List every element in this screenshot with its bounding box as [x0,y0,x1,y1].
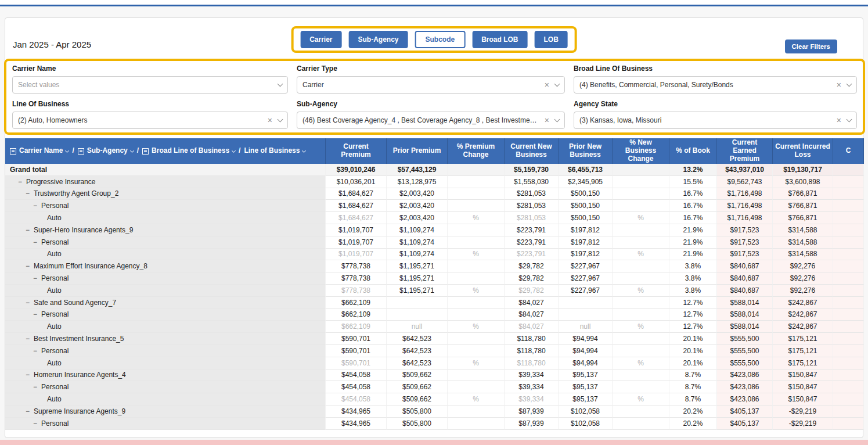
row-label-cell[interactable]: −Personal [5,418,326,430]
filter-select-broad-line-of-business[interactable]: (4) Benefits, Commercial, Personal, Sure… [574,76,857,94]
cell: 12.7% [669,297,717,309]
row-label-cell[interactable]: −Personal [5,236,326,249]
clear-icon[interactable]: × [545,116,549,124]
filter-select-line-of-business[interactable]: (2) Auto, Homeowners× [12,112,288,129]
row-label-cell[interactable]: −Super-Hero Insurance Agents_9 [5,224,326,236]
chevron-down-icon[interactable] [130,148,134,152]
chevron-down-icon[interactable] [554,81,560,87]
collapse-icon[interactable]: − [26,299,30,307]
collapse-icon[interactable]: − [33,238,37,246]
collapse-all-icon[interactable] [142,148,149,155]
row-label-cell[interactable]: −Personal [5,345,326,357]
collapse-icon[interactable]: − [18,178,22,186]
cell: $2,003,420 [387,188,448,200]
chevron-down-icon[interactable] [847,81,852,87]
row-label-cell[interactable]: −Maximum Effort Insurance Agency_8 [5,260,326,272]
collapse-icon[interactable]: − [26,407,30,415]
column-header-new-business-change[interactable]: % New Business Change [613,138,669,164]
column-header-current-incurred-loss[interactable]: Current Incurred Loss [773,138,833,164]
toolbar-button-lob[interactable]: LOB [535,31,568,48]
collapse-icon[interactable]: − [26,226,30,234]
hierarchy-header[interactable]: Carrier Name/Sub-Agency/Broad Line of Bu… [5,138,326,164]
column-header-c[interactable]: C [833,138,864,164]
filter-select-sub-agency[interactable]: (46) Best Coverage Agency_4 , Best Cover… [297,112,565,129]
filter-select-carrier-name[interactable]: Select values [12,76,288,94]
table-row: −Personal$454,058$509,662$39,334$95,1378… [5,381,864,393]
chevron-down-icon[interactable] [554,116,560,122]
cell: -$29,219 [773,405,833,418]
cell: $500,150 [559,188,613,200]
row-label: Personal [41,202,69,210]
row-label-cell[interactable]: Grand total [5,164,326,176]
cell [833,200,864,212]
collapse-icon[interactable]: − [33,419,37,428]
row-label-cell[interactable]: −Progressive Insurance [5,176,326,188]
clear-icon[interactable]: × [837,81,841,89]
column-header-prior-premium[interactable]: Prior Premium [387,138,448,164]
row-label-cell[interactable]: −Trustworthy Agent Group_2 [5,188,326,200]
column-header-current-premium[interactable]: Current Premium [326,138,387,164]
cell: $662,109 [326,297,387,309]
chevron-down-icon[interactable] [847,116,852,122]
chevron-down-icon[interactable] [278,81,283,87]
cell [833,333,864,345]
cell: $642,523 [387,345,448,357]
clear-icon[interactable]: × [545,81,549,89]
row-label-cell[interactable]: −Personal [5,381,326,393]
cell [833,418,864,430]
column-header-premium-change[interactable]: % Premium Change [448,138,505,164]
collapse-icon[interactable]: − [26,335,30,343]
clear-filters-button[interactable]: Clear Filters [785,40,837,53]
toolbar-button-sub-agency[interactable]: Sub-Agency [348,31,408,48]
column-header-current-earned-premium[interactable]: Current Earned Premium [717,138,773,164]
row-label-cell[interactable]: −Safe and Sound Agency_7 [5,297,326,309]
toolbar-button-broad-lob[interactable]: Broad LOB [472,31,527,48]
toolbar-button-carrier[interactable]: Carrier [300,31,341,48]
column-header-current-new-business[interactable]: Current New Business [505,138,559,164]
cell: 8.7% [669,393,717,405]
filter-select-carrier-type[interactable]: Carrier× [297,76,565,94]
row-label-cell[interactable]: −Personal [5,200,326,212]
clear-icon[interactable]: × [268,116,272,124]
collapse-icon[interactable]: − [33,383,37,391]
column-header-prior-new-business[interactable]: Prior New Business [559,138,613,164]
table-row: Auto$1,019,707$1,109,274%$223,791$197,81… [5,249,864,261]
row-label-cell[interactable]: Auto [5,393,326,405]
table-row: −Personal$662,109$84,02712.7%$588,014$24… [5,309,864,321]
filter-select-agency-state[interactable]: (3) Kansas, Iowa, Missouri× [574,112,857,129]
collapse-icon[interactable]: − [33,347,37,355]
row-label-cell[interactable]: −Supreme Insurance Agents_9 [5,405,326,418]
row-label-cell[interactable]: Auto [5,321,326,333]
row-label-cell[interactable]: Auto [5,249,326,261]
header-separator: / [239,147,240,155]
table-row: −Best Investment Insurance_5$590,701$642… [5,333,864,345]
row-label-cell[interactable]: −Personal [5,272,326,285]
collapse-icon[interactable]: − [26,371,30,379]
column-header-of-book[interactable]: % of Book [669,138,717,164]
collapse-icon[interactable]: − [33,274,37,282]
row-label-cell[interactable]: −Homerun Insurance Agents_4 [5,369,326,382]
chevron-down-icon[interactable] [65,148,69,152]
toolbar-button-subcode[interactable]: Subcode [415,31,466,48]
filter-label-line-of-business: Line Of Business [12,100,288,108]
collapse-icon[interactable]: − [26,262,30,270]
collapse-all-icon[interactable] [78,148,84,155]
chevron-down-icon[interactable] [278,116,283,122]
cell [833,369,864,382]
row-label-cell[interactable]: Auto [5,357,326,369]
cell: $766,871 [773,212,833,224]
row-label-cell[interactable]: −Best Investment Insurance_5 [5,333,326,345]
cell [613,260,669,272]
row-label-cell[interactable]: Auto [5,285,326,297]
cell: $39,010,246 [326,164,387,176]
collapse-icon[interactable]: − [26,189,30,198]
chevron-down-icon[interactable] [302,148,306,152]
collapse-icon[interactable]: − [33,202,37,210]
collapse-all-icon[interactable] [10,148,16,155]
row-label-cell[interactable]: Auto [5,212,326,224]
chevron-down-icon[interactable] [232,148,236,152]
row-label-cell[interactable]: −Personal [5,309,326,321]
collapse-icon[interactable]: − [33,310,37,318]
cell [448,236,505,249]
clear-icon[interactable]: × [837,116,841,124]
